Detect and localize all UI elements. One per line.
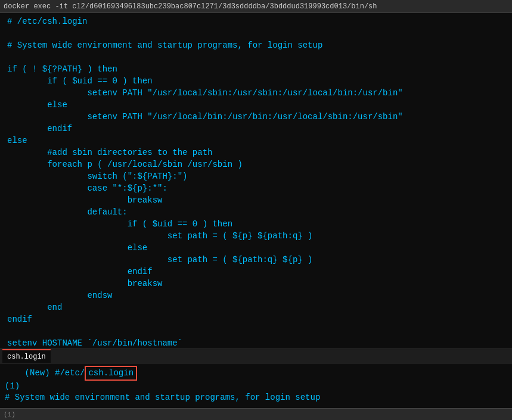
code-line: setenv PATH "/usr/local/sbin:/usr/sbin:/…: [7, 87, 507, 99]
code-line: endsw: [7, 290, 507, 301]
bottom-prefix: (New) #/etc/: [5, 368, 85, 378]
status-text: (1): [4, 411, 15, 418]
code-line: if ( ! ${?PATH} ) then: [7, 63, 507, 75]
code-line: breaksw: [7, 194, 507, 206]
terminal-window: docker exec -it cl2/d601693496l83ubc239b…: [0, 0, 512, 420]
code-line: # System wide environment and startup pr…: [7, 39, 507, 51]
code-line: setenv HOSTNAME `/usr/bin/hostname`: [7, 337, 507, 349]
bottom-tab-bar: csh.login: [0, 349, 512, 363]
code-line: [7, 325, 507, 337]
code-line: if ( $uid == 0 ) then: [7, 75, 507, 87]
code-line: endif: [7, 313, 507, 325]
code-line: end: [7, 301, 507, 313]
code-line: [7, 27, 507, 39]
code-line: set path = ( ${path:q} ${p} ): [7, 254, 507, 266]
code-line: switch (":${PATH}:"): [7, 170, 507, 182]
code-line: setenv PATH "/usr/local/bin:/usr/bin:/us…: [7, 111, 507, 123]
code-line: else: [7, 242, 507, 254]
code-line: else: [7, 99, 507, 111]
tab-csh-login[interactable]: csh.login: [2, 349, 51, 363]
code-line: if ( $uid == 0 ) then: [7, 218, 507, 230]
code-line: # /etc/csh.login: [7, 15, 507, 27]
bottom-line: (1): [5, 381, 507, 392]
code-line: else: [7, 135, 507, 147]
code-line: breaksw: [7, 278, 507, 290]
code-line: foreach p ( /usr/local/sbin /usr/sbin ): [7, 158, 507, 170]
code-line: [7, 51, 507, 63]
code-line: case "*:${p}:*":: [7, 182, 507, 194]
highlighted-label: csh.login: [85, 366, 137, 381]
code-line: endif: [7, 266, 507, 278]
code-line: default:: [7, 206, 507, 218]
top-bar: docker exec -it cl2/d601693496l83ubc239b…: [0, 0, 512, 13]
bottom-line: # System wide environment and startup pr…: [5, 392, 507, 403]
code-line: endif: [7, 123, 507, 135]
code-line: #add sbin directories to the path: [7, 147, 507, 158]
status-bar: (1): [0, 408, 512, 420]
bottom-content: (New) #/etc/csh.login(1)# System wide en…: [0, 363, 512, 409]
top-bar-text: docker exec -it cl2/d601693496l83ubc239b…: [4, 2, 377, 11]
bottom-panel: csh.login (New) #/etc/csh.login(1)# Syst…: [0, 349, 512, 420]
tab-label: csh.login: [7, 353, 46, 361]
code-line: set path = ( ${p} ${path:q} ): [7, 230, 507, 242]
bottom-line: (New) #/etc/csh.login: [5, 366, 507, 381]
code-area: # /etc/csh.login # System wide environme…: [0, 13, 512, 349]
